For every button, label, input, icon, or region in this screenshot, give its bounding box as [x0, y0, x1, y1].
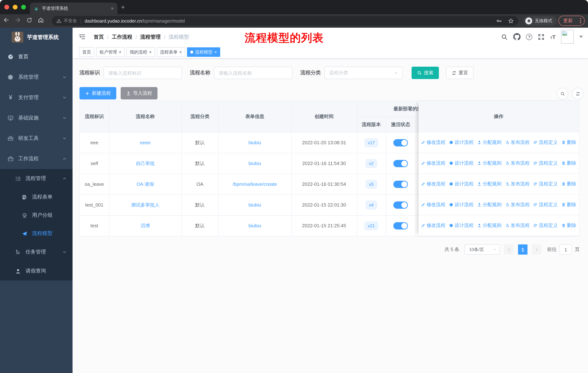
design-process-link[interactable]: 设计流程 [449, 160, 473, 166]
delete-link[interactable]: 删除 [561, 160, 576, 166]
publish-process-link[interactable]: 发布流程 [505, 139, 530, 146]
active-toggle[interactable] [393, 139, 408, 146]
assign-rule-link[interactable]: 分配规则 [477, 181, 502, 187]
edit-process-link[interactable]: 修改流程 [421, 139, 445, 146]
assign-rule-link[interactable]: 分配规则 [477, 160, 502, 166]
next-page-button[interactable] [532, 244, 541, 255]
sidebar-item-infra[interactable]: 基础设施 [0, 108, 73, 128]
sidebar-item-user-group[interactable]: 用户分组 [0, 206, 73, 224]
minimize-window-button[interactable] [13, 5, 18, 10]
active-toggle[interactable] [393, 201, 408, 209]
update-label[interactable]: 更新 [563, 18, 573, 24]
create-process-button[interactable]: 新建流程 [79, 87, 116, 100]
address-bar[interactable]: 不安全 dashboard.yudao.iocoder.cn/bpm/manag… [52, 16, 518, 26]
new-tab-button[interactable]: + [121, 4, 125, 10]
process-id-input[interactable] [104, 67, 182, 79]
design-process-link[interactable]: 设计流程 [449, 139, 473, 146]
edit-process-link[interactable]: 修改流程 [421, 202, 445, 208]
browser-menu-dots-icon[interactable] [580, 18, 581, 23]
version-badge[interactable]: v5 [366, 180, 377, 189]
assign-rule-link[interactable]: 分配规则 [477, 202, 502, 208]
assign-rule-link[interactable]: 分配规则 [477, 222, 502, 229]
model-name-link[interactable]: 测试多审批人 [131, 202, 159, 207]
github-icon[interactable] [514, 33, 521, 40]
reset-button[interactable]: 重置 [446, 67, 473, 79]
home-icon[interactable] [38, 17, 44, 23]
page-number-current[interactable]: 1 [518, 244, 527, 255]
tag-close-icon[interactable]: × [179, 50, 182, 54]
sidebar-item-process-form[interactable]: 流程表单 [0, 188, 73, 206]
edit-process-link[interactable]: 修改流程 [421, 222, 445, 229]
model-name-link[interactable]: OA 请假 [136, 181, 154, 187]
sidebar-item-task-mgmt[interactable]: 任务管理 [0, 242, 73, 262]
version-badge[interactable]: v4 [366, 201, 377, 209]
active-toggle[interactable] [393, 222, 408, 229]
publish-process-link[interactable]: 发布流程 [505, 202, 530, 208]
version-badge[interactable]: v2 [366, 159, 377, 168]
design-process-link[interactable]: 设计流程 [449, 181, 473, 187]
refresh-table-button[interactable] [572, 88, 584, 100]
tag-my-process[interactable]: 我的流程× [126, 47, 155, 57]
sidebar-item-process-model[interactable]: 流程模型 [0, 224, 73, 242]
form-info-link[interactable]: /bpm/oa/leave/create [233, 181, 277, 187]
form-info-link[interactable]: biubiu [248, 223, 261, 228]
assign-rule-link[interactable]: 分配规则 [477, 139, 502, 146]
app-logo[interactable]: 芋道管理系统 [0, 28, 73, 47]
process-definition-link[interactable]: 流程定义 [533, 181, 558, 187]
active-toggle[interactable] [393, 181, 408, 188]
breadcrumb-item[interactable]: 工作流程 [112, 34, 132, 40]
goto-page-input[interactable] [560, 244, 572, 255]
version-badge[interactable]: v17 [365, 138, 378, 147]
delete-link[interactable]: 删除 [561, 181, 576, 187]
import-process-button[interactable]: 导入流程 [121, 87, 158, 100]
delete-link[interactable]: 删除 [561, 139, 576, 146]
tag-home[interactable]: 首页 [79, 47, 94, 57]
publish-process-link[interactable]: 发布流程 [505, 222, 530, 229]
fullscreen-icon[interactable] [538, 33, 545, 40]
tab-close-icon[interactable]: × [111, 6, 114, 11]
sidebar-item-leave-query[interactable]: 请假查询 [0, 262, 73, 281]
model-name-link[interactable]: eeee [140, 140, 151, 145]
search-button[interactable]: 搜索 [411, 67, 439, 79]
design-process-link[interactable]: 设计流程 [449, 222, 473, 229]
process-definition-link[interactable]: 流程定义 [533, 222, 558, 229]
delete-link[interactable]: 删除 [561, 222, 576, 229]
password-key-icon[interactable] [496, 18, 502, 24]
edit-process-link[interactable]: 修改流程 [421, 160, 445, 166]
model-name-link[interactable]: 自己审批 [136, 161, 155, 166]
sidebar-collapse-icon[interactable] [78, 33, 86, 40]
page-size-select[interactable]: 10条/页 [464, 244, 500, 255]
tag-close-icon[interactable]: × [119, 50, 121, 54]
sidebar-item-payment[interactable]: ¥ 支付管理 [0, 87, 73, 108]
avatar-caret-icon[interactable] [579, 36, 583, 38]
reload-icon[interactable] [26, 17, 32, 23]
maximize-window-button[interactable] [21, 5, 26, 10]
tag-process-form[interactable]: 流程表单× [157, 47, 185, 57]
help-icon[interactable]: ? [526, 34, 532, 40]
edit-process-link[interactable]: 修改流程 [421, 181, 445, 187]
version-badge[interactable]: v21 [365, 221, 378, 230]
forward-icon[interactable] [15, 17, 21, 23]
sidebar-item-system[interactable]: 系统管理 [0, 67, 73, 87]
bookmark-star-icon[interactable] [508, 18, 514, 24]
tag-close-icon[interactable]: × [214, 50, 217, 54]
delete-link[interactable]: 删除 [561, 202, 576, 208]
publish-process-link[interactable]: 发布流程 [505, 160, 530, 166]
search-icon[interactable] [501, 33, 508, 40]
toggle-search-button[interactable] [557, 88, 568, 100]
browser-update-button[interactable]: 更新 [558, 16, 585, 26]
model-name-link[interactable]: 滔博 [141, 223, 150, 228]
process-definition-link[interactable]: 流程定义 [533, 139, 558, 146]
design-process-link[interactable]: 设计流程 [449, 202, 473, 208]
active-toggle[interactable] [393, 160, 408, 167]
tag-close-icon[interactable]: × [149, 50, 152, 54]
avatar[interactable] [561, 30, 574, 44]
browser-tab[interactable]: 芋道管理系统 × [30, 2, 117, 14]
sidebar-item-home[interactable]: 首页 [0, 47, 73, 67]
breadcrumb-item[interactable]: 首页 [94, 34, 104, 40]
close-window-button[interactable] [4, 5, 9, 10]
tag-tenant[interactable]: 租户管理× [96, 47, 125, 57]
url-path[interactable]: /bpm/manager/model [142, 18, 185, 23]
back-icon[interactable] [3, 17, 10, 23]
process-definition-link[interactable]: 流程定义 [533, 160, 558, 166]
